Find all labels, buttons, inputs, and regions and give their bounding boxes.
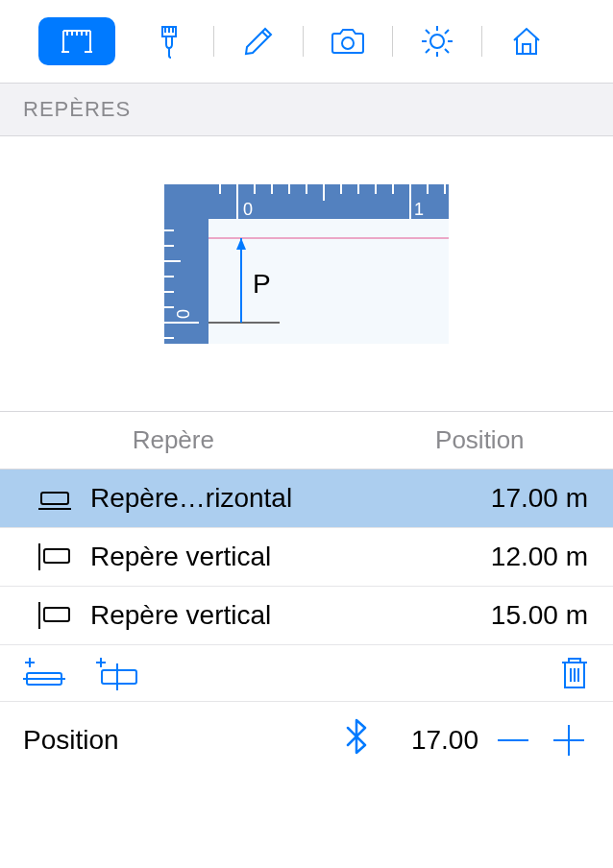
increment-button[interactable] <box>548 719 590 761</box>
top-tick-1: 1 <box>414 200 424 219</box>
trash-icon <box>559 655 590 691</box>
decrement-button[interactable] <box>492 719 534 761</box>
plus-icon <box>552 723 586 758</box>
svg-point-0 <box>342 37 354 49</box>
section-title: REPÈRES <box>23 97 131 121</box>
separator <box>392 26 393 57</box>
table-row[interactable]: Repère…rizontal 17.00 m <box>0 470 613 528</box>
horizontal-guide-icon <box>38 487 71 510</box>
caliper-icon <box>58 25 96 58</box>
sun-icon <box>419 23 455 60</box>
brush-tool-button[interactable] <box>131 17 208 65</box>
svg-rect-32 <box>41 493 68 504</box>
delete-button[interactable] <box>559 655 590 691</box>
svg-rect-3 <box>164 184 208 219</box>
top-tick-0: 0 <box>243 200 253 219</box>
row-label: Repère…rizontal <box>90 483 491 514</box>
position-editor: Position 17.00 <box>0 702 613 778</box>
position-label: Position <box>23 725 331 756</box>
svg-rect-5 <box>164 219 208 344</box>
svg-point-1 <box>430 35 444 48</box>
svg-rect-45 <box>102 670 136 684</box>
col-header-position: Position <box>347 425 613 455</box>
home-tool-button[interactable] <box>488 17 565 65</box>
row-label: Repère vertical <box>90 600 491 631</box>
sun-tool-button[interactable] <box>399 17 476 65</box>
table-row[interactable]: Repère vertical 12.00 m <box>0 528 613 587</box>
col-header-repere: Repère <box>0 425 347 455</box>
ruler-preview-area: 0 1 0 P <box>0 136 613 411</box>
vertical-guide-icon <box>38 602 71 629</box>
table-header: Repère Position <box>0 411 613 470</box>
svg-rect-35 <box>44 549 69 563</box>
separator <box>481 26 482 57</box>
row-value: 17.00 m <box>491 483 588 514</box>
table-row[interactable]: Repère vertical 15.00 m <box>0 587 613 645</box>
position-value-input[interactable]: 17.00 <box>382 725 478 756</box>
row-label: Repère vertical <box>90 542 491 572</box>
row-value: 12.00 m <box>491 542 588 572</box>
add-horizontal-guide-button[interactable] <box>23 656 65 690</box>
row-value: 15.00 m <box>491 600 588 631</box>
camera-tool-button[interactable] <box>309 17 386 65</box>
brush-icon <box>153 23 185 60</box>
bluetooth-icon <box>344 717 369 756</box>
add-vertical-guide-button[interactable] <box>94 656 140 690</box>
preview-letter: P <box>253 269 271 299</box>
bluetooth-button[interactable] <box>344 717 369 762</box>
left-tick-0: 0 <box>174 309 193 319</box>
pencil-tool-button[interactable] <box>220 17 297 65</box>
ruler-preview: 0 1 0 P <box>164 184 449 344</box>
separator <box>213 26 214 57</box>
camera-icon <box>329 26 367 57</box>
pencil-icon <box>241 24 276 59</box>
minus-icon <box>496 723 530 758</box>
section-header: REPÈRES <box>0 83 613 136</box>
action-bar <box>0 645 613 702</box>
toolbar <box>0 0 613 83</box>
measure-tool-button[interactable] <box>38 17 115 65</box>
vertical-guide-icon <box>38 543 71 570</box>
home-icon <box>509 24 544 59</box>
separator <box>303 26 304 57</box>
svg-rect-37 <box>44 608 69 621</box>
